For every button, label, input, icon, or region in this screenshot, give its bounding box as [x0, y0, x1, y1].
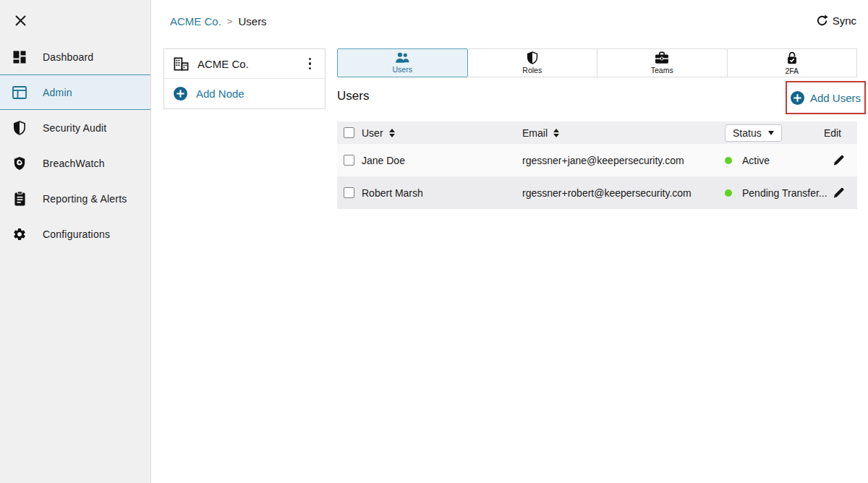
user-name: Jane Doe [362, 155, 405, 166]
user-email: rgessner+robert@keepersecurity.com [522, 187, 692, 199]
tab-roles-label: Roles [522, 66, 542, 74]
sidebar-nav: Dashboard Admin Securi [0, 39, 150, 252]
user-column-header: User [362, 127, 383, 139]
users-icon [394, 52, 411, 64]
add-node-label: Add Node [196, 87, 244, 100]
clipboard-icon [11, 191, 28, 206]
add-node-button[interactable]: Add Node [164, 79, 325, 108]
row-checkbox[interactable] [344, 187, 354, 198]
user-email: rgessner+jane@keepersecurity.com [522, 155, 684, 166]
sidebar-item-label: Security Audit [43, 122, 106, 134]
chevron-down-icon [768, 131, 774, 135]
sidebar-item-label: Dashboard [43, 51, 93, 63]
breadcrumb: ACME Co. > Users [170, 15, 267, 27]
add-users-button[interactable]: Add Users [791, 91, 861, 105]
status-column-header: Status [733, 127, 762, 139]
sidebar-item-label: Admin [43, 87, 72, 98]
shield-half-icon [11, 121, 28, 135]
plus-circle-icon [174, 87, 187, 101]
breadcrumb-separator: > [227, 16, 233, 27]
breadcrumb-node-link[interactable]: ACME Co. [170, 15, 221, 27]
admin-console-screen: Dashboard Admin Securi [0, 0, 868, 483]
table-header-row: User Email Status Edit [337, 121, 857, 144]
edit-pencil-icon[interactable] [832, 153, 846, 167]
add-users-highlight-annotation: Add Users [786, 81, 866, 114]
sidebar-item-security-audit[interactable]: Security Audit [0, 110, 150, 145]
admin-window-icon [11, 86, 28, 99]
gear-icon [11, 227, 28, 241]
user-sort-icon[interactable] [389, 129, 395, 137]
sidebar-item-admin[interactable]: Admin [0, 74, 150, 110]
tab-roles[interactable]: Roles [468, 48, 598, 77]
sidebar-item-breachwatch[interactable]: BreachWatch [0, 145, 150, 181]
breachwatch-shield-icon [11, 156, 28, 171]
sidebar-item-label: BreachWatch [43, 158, 105, 169]
node-row-acme[interactable]: ACME Co. [164, 49, 325, 79]
close-icon[interactable] [12, 12, 29, 29]
briefcase-icon [655, 51, 669, 64]
plus-circle-icon [791, 91, 804, 105]
email-column-header: Email [522, 127, 548, 139]
refresh-icon [816, 14, 828, 27]
tab-teams[interactable]: Teams [597, 48, 728, 77]
select-all-checkbox[interactable] [344, 127, 354, 138]
row-checkbox[interactable] [344, 155, 354, 166]
users-table: User Email Status Edit Jane Doe rgessner… [337, 121, 857, 209]
sidebar-item-dashboard[interactable]: Dashboard [0, 39, 150, 74]
sidebar-item-label: Reporting & Alerts [43, 193, 127, 205]
email-sort-icon[interactable] [553, 129, 559, 137]
sync-button[interactable]: Sync [816, 14, 856, 27]
status-badge: Pending Transfer... [742, 187, 827, 199]
roles-shield-icon [527, 51, 538, 64]
node-name: ACME Co. [197, 58, 249, 70]
edit-column-header: Edit [824, 127, 841, 139]
tab-users[interactable]: Users [337, 48, 468, 77]
status-filter-dropdown[interactable]: Status [725, 124, 782, 142]
page-title: Users [337, 89, 369, 103]
status-dot [725, 157, 732, 164]
sidebar: Dashboard Admin Securi [0, 0, 151, 483]
table-row[interactable]: Jane Doe rgessner+jane@keepersecurity.co… [337, 144, 857, 176]
sync-label: Sync [833, 14, 856, 27]
tab-teams-label: Teams [651, 66, 673, 74]
node-options-kebab-icon[interactable] [305, 55, 316, 73]
sidebar-item-configurations[interactable]: Configurations [0, 216, 150, 252]
status-badge: Active [742, 155, 770, 166]
table-row[interactable]: Robert Marsh rgessner+robert@keepersecur… [337, 176, 857, 209]
breadcrumb-current: Users [238, 15, 266, 27]
edit-pencil-icon[interactable] [832, 186, 846, 200]
status-dot [725, 189, 732, 197]
lock-check-icon [786, 51, 798, 65]
node-tree-panel: ACME Co. Add Node [163, 48, 326, 109]
sidebar-item-label: Configurations [43, 228, 110, 240]
user-name: Robert Marsh [362, 187, 423, 199]
building-icon [174, 57, 189, 71]
tab-2fa[interactable]: 2FA [728, 48, 858, 77]
sidebar-item-reporting-alerts[interactable]: Reporting & Alerts [0, 181, 150, 216]
add-users-label: Add Users [810, 92, 861, 104]
tab-users-label: Users [393, 65, 412, 74]
dashboard-icon [11, 51, 28, 64]
tab-2fa-label: 2FA [785, 67, 799, 75]
tab-bar: Users Roles Teams [337, 48, 857, 77]
